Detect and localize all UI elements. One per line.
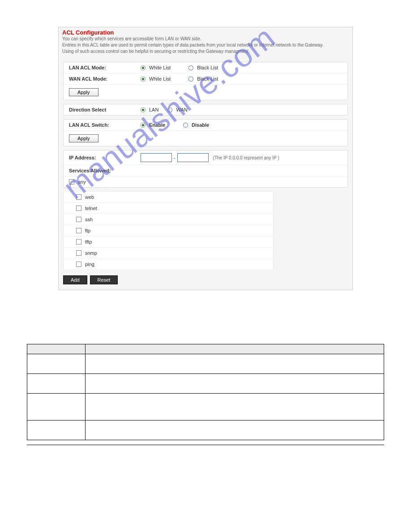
lan-white-list-radio[interactable]: White List: [141, 65, 171, 70]
telnet-checkbox[interactable]: [76, 206, 81, 211]
direction-wan-radio[interactable]: WAN: [167, 107, 187, 112]
any-label: any: [78, 179, 86, 184]
panel-description: You can specify which services are acces…: [59, 36, 352, 58]
ip-separator: -: [174, 155, 176, 160]
radio-selected-icon: [141, 107, 146, 112]
white-list-label: White List: [149, 76, 171, 82]
snmp-checkbox[interactable]: [76, 250, 81, 256]
service-ping-row: ping: [64, 259, 273, 270]
panel-title: ACL Configuration: [59, 27, 352, 36]
doc-cell: [27, 420, 86, 440]
service-list: web telnet ssh ftp tftp snmp ping: [63, 191, 274, 270]
doc-cell: [86, 420, 384, 440]
ftp-checkbox[interactable]: [76, 228, 81, 233]
black-list-label: Black List: [197, 65, 218, 70]
lan-black-list-radio[interactable]: Black List: [188, 65, 218, 70]
ping-checkbox[interactable]: [76, 262, 81, 267]
ip-services-section: IP Address: - (The IP 0.0.0.0 represent …: [63, 150, 348, 188]
acl-mode-section: LAN ACL Mode: White List Black List WAN …: [63, 62, 348, 100]
white-list-label: White List: [149, 65, 171, 70]
wan-label: WAN: [176, 107, 187, 112]
lan-label: LAN: [149, 107, 158, 112]
doc-cell: [86, 394, 384, 420]
ip-hint: (The IP 0.0.0.0 represent any IP ): [213, 155, 279, 160]
radio-selected-icon: [141, 65, 146, 70]
desc-line-2: Entries in this ACL table are used to pe…: [62, 43, 324, 47]
ip-address-row: IP Address: - (The IP 0.0.0.0 represent …: [64, 150, 347, 165]
doc-th-1: [27, 344, 86, 354]
radio-selected-icon: [141, 77, 146, 82]
radio-empty-icon: [188, 65, 193, 70]
radio-empty-icon: [183, 123, 188, 128]
service-telnet-row: telnet: [64, 203, 273, 214]
desc-line-3: Using of such access control can be help…: [62, 49, 250, 54]
web-label: web: [85, 194, 94, 200]
switch-disable-radio[interactable]: Disable: [183, 122, 209, 128]
ping-label: ping: [85, 262, 94, 267]
radio-empty-icon: [167, 107, 172, 112]
add-button[interactable]: Add: [63, 275, 87, 284]
wan-acl-mode-row: WAN ACL Mode: White List Black List: [64, 73, 347, 85]
acl-switch-label: LAN ACL Switch:: [69, 122, 141, 128]
page-rule: [27, 445, 384, 445]
ip-input-2[interactable]: [177, 153, 209, 162]
lan-acl-mode-row: LAN ACL Mode: White List Black List: [64, 62, 347, 73]
black-list-label: Black List: [197, 76, 218, 82]
service-ftp-row: ftp: [64, 225, 273, 236]
doc-cell: [27, 374, 86, 394]
disable-label: Disable: [192, 122, 209, 128]
ssh-checkbox[interactable]: [76, 217, 81, 222]
direction-lan-radio[interactable]: LAN: [141, 107, 158, 112]
services-allowed-row: Services Allowed:: [64, 165, 347, 176]
apply-switch-button[interactable]: Apply: [69, 134, 98, 142]
ip-input-1[interactable]: [141, 153, 172, 162]
service-ssh-row: ssh: [64, 214, 273, 225]
acl-switch-row: LAN ACL Switch: Enable Disable: [64, 120, 347, 131]
switch-apply-row: Apply: [64, 131, 347, 146]
doc-table: [27, 344, 384, 440]
direction-section: Direction Select LAN WAN: [63, 104, 348, 116]
service-tftp-row: tftp: [64, 236, 273, 248]
mode-apply-row: Apply: [64, 85, 347, 100]
service-snmp-row: snmp: [64, 248, 273, 259]
reset-button[interactable]: Reset: [90, 275, 118, 284]
snmp-label: snmp: [85, 250, 97, 256]
wan-black-list-radio[interactable]: Black List: [188, 76, 218, 82]
radio-selected-icon: [141, 123, 146, 128]
web-checkbox[interactable]: [76, 194, 81, 200]
ftp-label: ftp: [85, 228, 90, 233]
wan-acl-mode-label: WAN ACL Mode:: [69, 76, 141, 82]
doc-cell: [86, 354, 384, 374]
enable-label: Enable: [149, 122, 165, 128]
apply-mode-button[interactable]: Apply: [69, 88, 98, 96]
service-web-row: web: [64, 192, 273, 203]
acl-switch-section: LAN ACL Switch: Enable Disable Apply: [63, 119, 348, 146]
page-wrap: ACL Configuration You can specify which …: [0, 0, 411, 308]
doc-cell: [27, 354, 86, 374]
doc-cell: [27, 394, 86, 420]
any-checkbox[interactable]: [69, 179, 74, 184]
acl-config-panel: ACL Configuration You can specify which …: [58, 27, 353, 290]
wan-white-list-radio[interactable]: White List: [141, 76, 171, 82]
service-any-row: any: [64, 176, 347, 187]
tftp-label: tftp: [85, 239, 92, 245]
telnet-label: telnet: [85, 206, 97, 211]
radio-empty-icon: [188, 77, 193, 82]
services-allowed-label: Services Allowed:: [69, 168, 141, 173]
lan-acl-mode-label: LAN ACL Mode:: [69, 65, 141, 70]
doc-th-2: [86, 344, 384, 354]
action-row: Add Reset: [59, 274, 352, 286]
switch-enable-radio[interactable]: Enable: [141, 122, 165, 128]
direction-label: Direction Select: [69, 107, 141, 112]
ip-address-label: IP Address:: [69, 155, 141, 160]
ssh-label: ssh: [85, 217, 93, 222]
tftp-checkbox[interactable]: [76, 239, 81, 245]
direction-row: Direction Select LAN WAN: [64, 104, 347, 115]
doc-cell: [86, 374, 384, 394]
desc-line-1: You can specify which services are acces…: [62, 36, 201, 41]
